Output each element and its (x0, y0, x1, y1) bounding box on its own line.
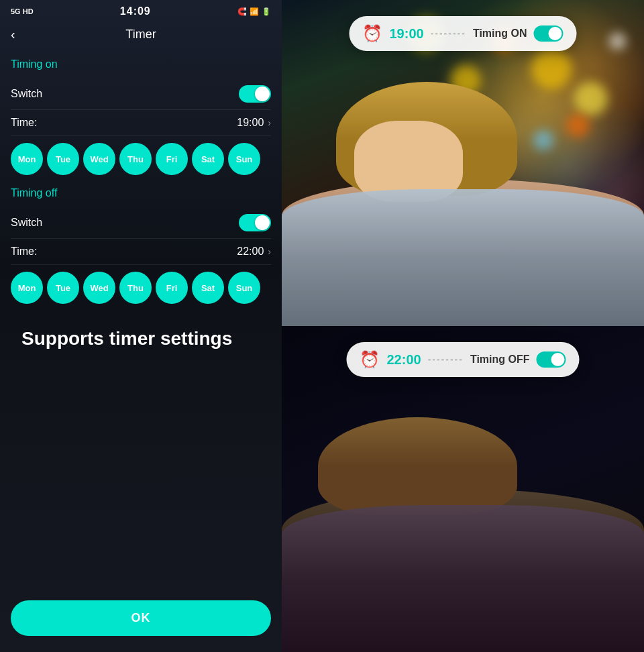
photo-background-top: ⏰ 19:00 -------- Timing ON (282, 0, 644, 326)
person-hair-bottom (318, 417, 517, 515)
timing-on-title: Timing on (11, 58, 271, 70)
signal-indicator: 5G HD (11, 7, 34, 15)
timing-on-time-label: Time: (11, 117, 37, 129)
status-icons: 🧲 📶 🔋 (237, 7, 271, 16)
right-panel: ⏰ 19:00 -------- Timing ON ⏰ 22:00 -----… (282, 0, 644, 652)
ok-button[interactable]: OK (11, 600, 271, 636)
wifi-icon: 📶 (250, 7, 259, 16)
day-tue-off[interactable]: Tue (47, 272, 79, 304)
day-tue-on[interactable]: Tue (47, 143, 79, 175)
phone-panel: 5G HD 14:09 🧲 📶 🔋 ‹ Timer Timing on Swit… (0, 0, 282, 652)
clock: 14:09 (120, 5, 151, 17)
timing-on-switch-row: Switch (11, 78, 271, 110)
card-on-toggle[interactable] (534, 25, 564, 42)
card-off-label: Timing OFF (470, 354, 530, 366)
time-on-chevron: › (268, 117, 271, 128)
day-wed-off[interactable]: Wed (83, 272, 115, 304)
day-mon-on[interactable]: Mon (11, 143, 43, 175)
card-off-toggle[interactable] (537, 351, 566, 368)
timing-off-toggle[interactable] (239, 214, 271, 231)
alarm-off-icon: ⏰ (360, 350, 380, 369)
blanket-top (282, 189, 644, 326)
timing-off-days: Mon Tue Wed Thu Fri Sat Sun (11, 265, 271, 313)
time-off-chevron: › (268, 246, 271, 257)
day-sat-off[interactable]: Sat (192, 272, 224, 304)
timing-off-time-label: Time: (11, 246, 37, 258)
timing-on-card: ⏰ 19:00 -------- Timing ON (349, 16, 576, 51)
day-fri-off[interactable]: Fri (156, 272, 188, 304)
day-thu-off[interactable]: Thu (119, 272, 152, 304)
photo-section-top: ⏰ 19:00 -------- Timing ON (282, 0, 644, 326)
timing-off-title: Timing off (11, 187, 271, 199)
timing-off-time-value: 22:00 › (237, 246, 271, 258)
day-sat-on[interactable]: Sat (192, 143, 224, 175)
timing-on-days: Mon Tue Wed Thu Fri Sat Sun (11, 136, 271, 184)
day-mon-off[interactable]: Mon (11, 272, 43, 304)
page-header: ‹ Timer (0, 20, 282, 49)
timing-on-switch-label: Switch (11, 88, 42, 100)
timing-on-time-row[interactable]: Time: 19:00 › (11, 110, 271, 136)
timing-off-time-row[interactable]: Time: 22:00 › (11, 239, 271, 265)
day-sun-on[interactable]: Sun (228, 143, 260, 175)
blanket-bottom (282, 505, 644, 652)
card-off-time: 22:00 (386, 352, 421, 368)
supports-timer-text: Supports timer settings (11, 313, 271, 358)
alarm-on-icon: ⏰ (362, 24, 382, 43)
day-thu-on[interactable]: Thu (119, 143, 152, 175)
status-bar: 5G HD 14:09 🧲 📶 🔋 (0, 0, 282, 20)
timing-off-switch-label: Switch (11, 217, 42, 229)
photo-background-bottom: ⏰ 22:00 -------- Timing OFF (282, 326, 644, 652)
timing-off-switch-row: Switch (11, 207, 271, 239)
card-on-time: 19:00 (389, 26, 423, 42)
timing-off-card: ⏰ 22:00 -------- Timing OFF (346, 342, 579, 377)
day-fri-on[interactable]: Fri (156, 143, 188, 175)
day-wed-on[interactable]: Wed (83, 143, 115, 175)
card-on-dashes: -------- (431, 28, 466, 39)
bluetooth-icon: 🧲 (237, 7, 247, 16)
day-sun-off[interactable]: Sun (228, 272, 260, 304)
timing-on-toggle[interactable] (239, 85, 271, 103)
card-off-dashes: -------- (428, 354, 464, 365)
photo-section-bottom: ⏰ 22:00 -------- Timing OFF (282, 326, 644, 652)
main-content: Timing on Switch Time: 19:00 › Mon Tue W… (0, 49, 282, 590)
page-title: Timer (125, 28, 156, 42)
card-on-label: Timing ON (473, 28, 527, 40)
back-button[interactable]: ‹ (11, 27, 15, 42)
timing-on-time-value: 19:00 › (237, 117, 271, 129)
battery-icon: 🔋 (262, 7, 271, 16)
